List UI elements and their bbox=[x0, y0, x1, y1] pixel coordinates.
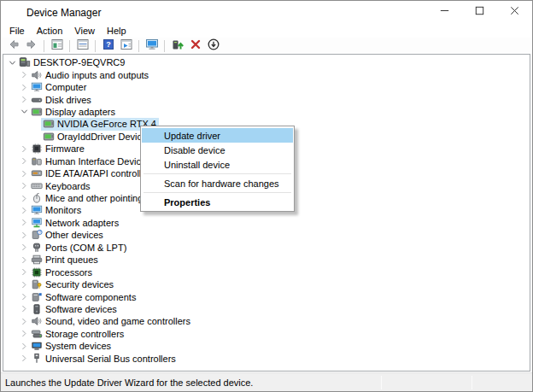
chevron-right-icon[interactable] bbox=[19, 82, 29, 92]
disable-device-button[interactable] bbox=[205, 38, 221, 54]
tree-item-other-devices[interactable]: ?Other devices bbox=[3, 229, 530, 241]
maximize-button[interactable] bbox=[462, 1, 497, 24]
system-device-icon bbox=[30, 340, 43, 352]
forward-arrow-icon bbox=[25, 38, 38, 55]
menu-action[interactable]: Action bbox=[31, 25, 69, 37]
minimize-button[interactable] bbox=[427, 1, 462, 24]
tree-item-disk-drives[interactable]: Disk drives bbox=[3, 93, 530, 105]
computer-monitor-icon bbox=[145, 38, 159, 55]
chevron-right-icon[interactable] bbox=[19, 304, 29, 314]
security-device-icon bbox=[30, 278, 43, 290]
firmware-chip-icon bbox=[30, 143, 43, 155]
context-menu-item-uninstall-device[interactable]: Uninstall device bbox=[142, 157, 293, 172]
chevron-right-icon[interactable] bbox=[19, 143, 29, 154]
chevron-right-icon[interactable] bbox=[19, 354, 29, 364]
menubar: FileActionViewHelp bbox=[1, 24, 532, 38]
chevron-down-icon[interactable] bbox=[19, 107, 29, 117]
storage-controller-icon bbox=[30, 328, 43, 340]
export-list-button[interactable] bbox=[118, 38, 134, 54]
tree-item-system-devices[interactable]: System devices bbox=[3, 340, 530, 352]
chevron-right-icon[interactable] bbox=[19, 168, 29, 178]
back-arrow-icon bbox=[7, 38, 20, 55]
speaker-icon bbox=[30, 69, 43, 81]
statusbar-separator bbox=[381, 376, 382, 389]
toolbar-separator bbox=[164, 40, 165, 52]
context-menu-separator bbox=[144, 173, 291, 174]
chevron-right-icon[interactable] bbox=[19, 255, 29, 265]
scan-for-hardware-changes-button[interactable] bbox=[144, 38, 160, 54]
tree-item-label: Firmware bbox=[44, 143, 87, 154]
chevron-right-icon[interactable] bbox=[19, 218, 29, 228]
chevron-right-icon[interactable] bbox=[19, 181, 29, 191]
maximize-icon bbox=[473, 4, 486, 20]
other-devices-icon: ? bbox=[30, 229, 43, 241]
update-driver-button[interactable] bbox=[169, 38, 185, 54]
tree-item-universal-serial-bus-controllers[interactable]: Universal Serial Bus controllers bbox=[3, 353, 530, 365]
software-component-icon bbox=[30, 291, 43, 303]
tree-item-desktop-9eqvrc9[interactable]: DESKTOP-9EQVRC9 bbox=[3, 56, 530, 68]
properties-button[interactable] bbox=[74, 38, 91, 54]
close-button[interactable] bbox=[497, 1, 532, 24]
tree-item-label: Sound, video and game controllers bbox=[44, 316, 193, 326]
forward-button[interactable] bbox=[23, 38, 39, 54]
tree-item-label: Computer bbox=[44, 82, 89, 92]
chevron-right-icon[interactable] bbox=[19, 267, 29, 278]
uninstall-device-button[interactable] bbox=[187, 38, 203, 54]
chevron-down-icon[interactable] bbox=[7, 57, 17, 67]
menu-view[interactable]: View bbox=[68, 25, 101, 37]
chevron-right-icon[interactable] bbox=[19, 279, 29, 290]
usb-icon bbox=[30, 353, 43, 365]
disable-circle-icon bbox=[207, 38, 220, 55]
printer-icon bbox=[30, 254, 43, 266]
tree-item-computer[interactable]: Computer bbox=[3, 81, 530, 93]
window-title: Device Manager bbox=[26, 7, 101, 19]
chevron-right-icon[interactable] bbox=[19, 70, 29, 80]
tree-item-print-queues[interactable]: Print queues bbox=[3, 254, 530, 266]
tree-item-label: Software components bbox=[44, 292, 138, 302]
chevron-right-icon[interactable] bbox=[19, 205, 29, 215]
chevron-right-icon[interactable] bbox=[19, 95, 29, 105]
chevron-right-icon[interactable] bbox=[19, 329, 29, 339]
help-button[interactable]: ? bbox=[100, 38, 116, 54]
show-console-tree-button[interactable] bbox=[49, 38, 65, 54]
tree-item-storage-controllers[interactable]: Storage controllers bbox=[3, 328, 530, 340]
chevron-right-icon[interactable] bbox=[19, 243, 29, 253]
context-menu-item-properties[interactable]: Properties bbox=[142, 195, 293, 209]
network-adapter-icon bbox=[30, 217, 43, 229]
update-driver-icon bbox=[171, 38, 184, 55]
tree-item-security-devices[interactable]: Security devices bbox=[3, 278, 530, 290]
toolbar-separator bbox=[138, 40, 139, 52]
tree-item-label: DESKTOP-9EQVRC9 bbox=[32, 57, 127, 67]
chevron-right-icon[interactable] bbox=[19, 230, 29, 240]
monitor-icon bbox=[30, 81, 43, 93]
tree-item-label: OrayIddDriver Device bbox=[56, 132, 149, 142]
menu-file[interactable]: File bbox=[3, 25, 31, 37]
menu-help[interactable]: Help bbox=[101, 25, 132, 37]
chevron-right-icon[interactable] bbox=[19, 292, 29, 302]
tree-item-sound-video-and-game-controllers[interactable]: Sound, video and game controllers bbox=[3, 315, 530, 327]
tree-item-label: Network adapters bbox=[44, 218, 121, 228]
tree-item-label: Storage controllers bbox=[44, 329, 126, 339]
svg-text:?: ? bbox=[106, 40, 111, 49]
speaker-icon bbox=[30, 315, 43, 327]
tree-item-software-components[interactable]: Software components bbox=[3, 290, 530, 302]
tree-item-ports-com-lpt[interactable]: Ports (COM & LPT) bbox=[3, 242, 530, 254]
mouse-icon bbox=[30, 192, 43, 204]
port-icon bbox=[30, 242, 43, 254]
chevron-right-icon[interactable] bbox=[19, 156, 29, 167]
context-menu-item-update-driver[interactable]: Update driver bbox=[142, 128, 293, 143]
disk-drive-icon bbox=[30, 94, 43, 106]
tree-item-network-adapters[interactable]: Network adapters bbox=[3, 217, 530, 229]
tree-item-audio-inputs-and-outputs[interactable]: Audio inputs and outputs bbox=[3, 68, 530, 80]
chevron-right-icon[interactable] bbox=[19, 316, 29, 326]
tree-item-processors[interactable]: Processors bbox=[3, 266, 530, 278]
context-menu-item-disable-device[interactable]: Disable device bbox=[142, 143, 293, 157]
chevron-right-icon[interactable] bbox=[19, 193, 29, 203]
uninstall-x-icon bbox=[189, 38, 202, 55]
tree-item-software-devices[interactable]: Software devices bbox=[3, 303, 530, 315]
context-menu-item-scan-for-hardware-changes[interactable]: Scan for hardware changes bbox=[142, 176, 293, 190]
tree-item-display-adapters[interactable]: Display adapters bbox=[3, 106, 530, 118]
back-button[interactable] bbox=[5, 38, 21, 54]
chevron-right-icon[interactable] bbox=[19, 341, 29, 351]
display-adapter-icon bbox=[30, 106, 43, 118]
